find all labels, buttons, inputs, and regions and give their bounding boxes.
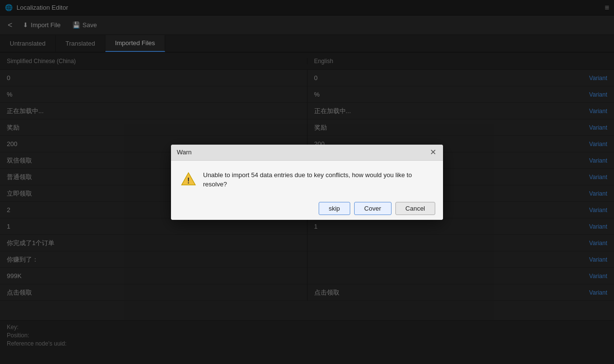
svg-text:!: ! (187, 177, 189, 185)
warn-icon: ! (181, 171, 196, 188)
dialog-header: Warn ✕ (171, 145, 443, 161)
dialog-footer: skip Cover Cancel (171, 197, 443, 220)
cancel-button[interactable]: Cancel (395, 202, 435, 215)
dialog-message: Unable to import 54 data entries due to … (203, 170, 433, 189)
warn-dialog: Warn ✕ ! Unable to import 54 data entrie… (171, 145, 443, 220)
dialog-title: Warn (177, 149, 192, 156)
dialog-body: ! Unable to import 54 data entries due t… (171, 161, 443, 197)
dialog-close-button[interactable]: ✕ (429, 149, 437, 156)
dialog-overlay: Warn ✕ ! Unable to import 54 data entrie… (0, 0, 614, 364)
skip-button[interactable]: skip (319, 202, 350, 215)
cover-button[interactable]: Cover (354, 202, 392, 215)
